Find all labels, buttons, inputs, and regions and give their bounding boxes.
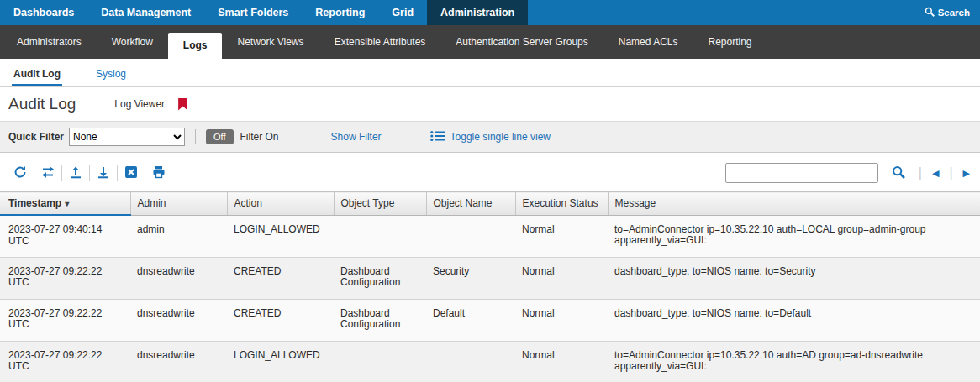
refresh-icon: [13, 165, 27, 181]
cell-action: CREATED: [227, 299, 334, 341]
cell-admin: admin: [130, 215, 227, 257]
cell-execution-status: Normal: [515, 299, 608, 341]
magnifier-icon: [892, 165, 905, 181]
table-search-button[interactable]: [885, 165, 912, 181]
toggle-single-line-link: Toggle single line view: [450, 131, 551, 143]
column-header-action[interactable]: Action: [227, 192, 334, 216]
cell-message: dashboard_type: to=NIOS name: to=Default: [608, 299, 980, 341]
cell-object-name: Security: [426, 257, 515, 299]
page-subtitle: Log Viewer: [114, 98, 165, 110]
subnav-item-logs[interactable]: Logs: [168, 33, 223, 59]
refresh-button[interactable]: [7, 165, 34, 181]
app-root: Dashboards Data Management Smart Folders…: [0, 0, 980, 382]
nav-item-dashboards[interactable]: Dashboards: [0, 0, 87, 25]
subnav-item-administrators[interactable]: Administrators: [2, 25, 97, 59]
topnav-spacer: [528, 0, 914, 25]
nav-item-reporting[interactable]: Reporting: [302, 0, 378, 25]
single-line-view-icon: [430, 130, 445, 144]
prev-page-button[interactable]: ◀: [929, 168, 942, 179]
print-icon: [152, 165, 166, 181]
cell-execution-status: Normal: [515, 341, 608, 382]
cell-object-type: [334, 215, 426, 257]
nav-item-smart-folders[interactable]: Smart Folders: [204, 0, 302, 25]
separator: [195, 129, 196, 144]
top-nav: Dashboards Data Management Smart Folders…: [0, 0, 980, 25]
cell-message: dashboard_type: to=NIOS name: to=Securit…: [608, 257, 980, 299]
cell-object-name: Default: [426, 299, 515, 341]
column-header-object-type[interactable]: Object Type: [334, 192, 426, 216]
print-button[interactable]: [145, 165, 172, 181]
column-header-object-name[interactable]: Object Name: [426, 192, 515, 216]
tab-audit-log[interactable]: Audit Log: [12, 68, 62, 86]
subnav-item-named-acls[interactable]: Named ACLs: [603, 25, 693, 59]
cell-execution-status: Normal: [515, 257, 608, 299]
cell-object-name: [426, 341, 515, 382]
cell-object-type: [334, 341, 426, 382]
title-bar: Audit Log Log Viewer: [0, 87, 980, 122]
table-header-row: Timestamp▾ Admin Action Object Type Obje…: [0, 192, 980, 216]
filter-off-toggle[interactable]: Off: [206, 129, 233, 144]
nav-item-administration[interactable]: Administration: [427, 0, 528, 25]
subnav-item-workflow[interactable]: Workflow: [97, 25, 168, 59]
global-search-label: Search: [938, 8, 970, 18]
prev-page-icon: ◀: [932, 168, 939, 178]
next-page-icon: ▶: [963, 168, 970, 178]
cell-admin: dnsreadwrite: [130, 257, 227, 299]
show-filter-link[interactable]: Show Filter: [331, 131, 382, 143]
column-label: Timestamp: [8, 197, 61, 209]
cell-timestamp: 2023-07-27 09:22:22 UTC: [0, 257, 130, 299]
table-row[interactable]: 2023-07-27 09:22:22 UTC dnsreadwrite CRE…: [0, 299, 980, 341]
cell-action: CREATED: [227, 257, 334, 299]
upload-icon: [69, 165, 82, 181]
cell-object-name: [426, 215, 515, 257]
upload-button[interactable]: [62, 165, 90, 181]
download-icon: [97, 165, 110, 181]
filter-on-label: Filter On: [240, 131, 279, 143]
column-label: Object Name: [434, 197, 493, 209]
table-row[interactable]: 2023-07-27 09:40:14 UTC admin LOGIN_ALLO…: [0, 215, 980, 257]
column-header-message[interactable]: Message: [608, 192, 980, 216]
bookmark-icon[interactable]: [178, 98, 187, 111]
global-search[interactable]: Search: [914, 0, 980, 25]
separator: |: [949, 165, 952, 181]
cell-action: LOGIN_ALLOWED: [227, 215, 334, 257]
subnav-item-network-views[interactable]: Network Views: [222, 25, 319, 59]
download-button[interactable]: [90, 165, 118, 181]
page-title: Audit Log: [8, 95, 76, 113]
cell-execution-status: Normal: [515, 215, 608, 257]
cell-object-type: Dashboard Configuration: [334, 299, 426, 341]
column-label: Message: [615, 197, 656, 209]
cell-object-type: Dashboard Configuration: [334, 257, 426, 299]
table-row[interactable]: 2023-07-27 09:22:22 UTC dnsreadwrite CRE…: [0, 257, 980, 299]
column-label: Object Type: [341, 197, 395, 209]
column-label: Admin: [138, 197, 166, 209]
cell-timestamp: 2023-07-27 09:22:22 UTC: [0, 341, 130, 382]
subnav-item-extensible-attributes[interactable]: Extensible Attributes: [319, 25, 441, 59]
cell-admin: dnsreadwrite: [130, 299, 227, 341]
cell-timestamp: 2023-07-27 09:40:14 UTC: [0, 215, 130, 257]
nav-item-data-management[interactable]: Data Management: [87, 0, 204, 25]
nav-item-grid[interactable]: Grid: [378, 0, 427, 25]
cell-message: to=AdminConnector ip=10.35.22.10 auth=LO…: [608, 215, 980, 257]
sub-nav: Administrators Workflow Logs Network Vie…: [0, 25, 980, 59]
next-page-button[interactable]: ▶: [960, 168, 973, 179]
subnav-item-reporting[interactable]: Reporting: [693, 25, 767, 59]
cell-message: to=AdminConnector ip=10.35.22.10 auth=AD…: [608, 341, 980, 382]
subnav-item-authentication-server-groups[interactable]: Authentication Server Groups: [440, 25, 603, 59]
tab-syslog[interactable]: Syslog: [94, 68, 128, 86]
table-search-input[interactable]: [725, 163, 878, 183]
column-header-admin[interactable]: Admin: [130, 192, 227, 216]
table-toolbar: | ◀ | ▶: [0, 153, 980, 191]
clear-button[interactable]: [118, 165, 145, 181]
quick-filter-select[interactable]: None: [69, 128, 185, 146]
column-header-timestamp[interactable]: Timestamp▾: [0, 192, 130, 216]
sync-button[interactable]: [34, 165, 62, 181]
cell-timestamp: 2023-07-27 09:22:22 UTC: [0, 299, 130, 341]
cell-admin: dnsreadwrite: [130, 341, 227, 382]
table-row[interactable]: 2023-07-27 09:22:22 UTC dnsreadwrite LOG…: [0, 341, 980, 382]
toggle-single-line-view[interactable]: Toggle single line view: [430, 130, 551, 144]
column-header-execution-status[interactable]: Execution Status: [515, 192, 608, 216]
audit-log-table: Timestamp▾ Admin Action Object Type Obje…: [0, 191, 980, 382]
sort-desc-icon: ▾: [65, 199, 69, 208]
search-icon: [925, 7, 935, 18]
